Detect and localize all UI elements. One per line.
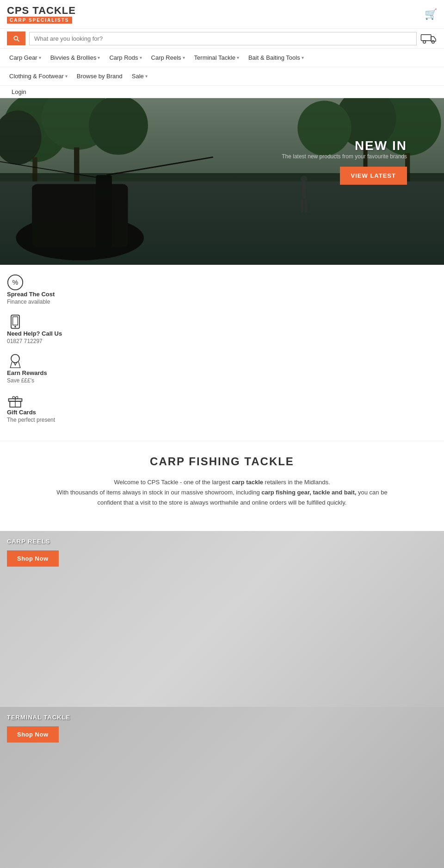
login-bar: Login <box>0 86 444 98</box>
nav-carp-gear[interactable]: Carp Gear ▾ <box>5 49 46 67</box>
chevron-down-icon: ▾ <box>140 55 142 60</box>
svg-point-1 <box>423 41 426 44</box>
chevron-down-icon: ▾ <box>98 55 100 60</box>
chevron-down-icon: ▾ <box>39 55 41 60</box>
nav-carp-reels[interactable]: Carp Reels ▾ <box>147 49 190 67</box>
svg-rect-16 <box>96 175 112 247</box>
carp-reels-section: CARP REELS Shop Now <box>0 531 444 707</box>
svg-line-18 <box>0 162 96 177</box>
phone-icon <box>7 313 24 330</box>
svg-rect-21 <box>301 199 303 212</box>
logo[interactable]: CPS TACKLE CARP SPECIALISTS <box>7 5 76 24</box>
nav-row-2: Clothing & Footwear ▾ Browse by Brand Sa… <box>0 67 444 86</box>
header: CPS TACKLE CARP SPECIALISTS 🛒 <box>0 0 444 29</box>
terminal-tackle-section: TERMINAL TACKLE Shop Now <box>0 707 444 868</box>
svg-point-27 <box>14 326 16 328</box>
search-icon <box>12 35 20 42</box>
svg-rect-22 <box>305 199 308 212</box>
logo-top: CPS TACKLE <box>7 5 76 17</box>
hero-text-block: NEW IN The latest new products from your… <box>282 138 407 185</box>
hero-tag: NEW IN <box>282 138 407 153</box>
intro-text: Welcome to CPS Tackle - one of the large… <box>51 477 393 508</box>
search-bar <box>0 29 444 49</box>
svg-rect-0 <box>421 35 431 41</box>
chevron-down-icon: ▾ <box>65 74 68 79</box>
chevron-down-icon: ▾ <box>183 55 185 60</box>
carp-reels-shop-now-button[interactable]: Shop Now <box>7 550 59 567</box>
feature-phone-title: Need Help? Call Us <box>7 330 437 337</box>
header-right: 🛒 <box>425 8 437 20</box>
feature-finance-title: Spread The Cost <box>7 291 437 298</box>
terminal-tackle-shop-now-button[interactable]: Shop Now <box>7 726 59 743</box>
svg-rect-26 <box>13 317 18 325</box>
login-link[interactable]: Login <box>7 85 31 99</box>
feature-phone: Need Help? Call Us 01827 712297 <box>7 313 437 344</box>
svg-point-5 <box>89 98 148 155</box>
chevron-down-icon: ▾ <box>302 55 304 60</box>
terminal-tackle-label: TERMINAL TACKLE <box>7 714 70 721</box>
carp-reels-label: CARP REELS <box>7 538 59 545</box>
chevron-down-icon: ▾ <box>145 74 148 79</box>
nav-row-1: Carp Gear ▾ Bivvies & Brollies ▾ Carp Ro… <box>0 49 444 67</box>
hero-view-latest-button[interactable]: VIEW LATEST <box>340 167 407 185</box>
feature-giftcards-desc: The perfect present <box>7 417 437 423</box>
nav-sale[interactable]: Sale ▾ <box>127 67 152 85</box>
nav-clothing[interactable]: Clothing & Footwear ▾ <box>5 67 72 85</box>
feature-giftcards-title: Gift Cards <box>7 409 437 416</box>
svg-point-28 <box>11 355 19 363</box>
search-input[interactable] <box>29 32 417 45</box>
features-strip: % Spread The Cost Finance available Need… <box>0 265 444 441</box>
carp-reels-label-block: CARP REELS Shop Now <box>7 538 59 567</box>
carp-reels-image <box>0 531 444 707</box>
nav-browse-brand[interactable]: Browse by Brand <box>72 67 127 85</box>
svg-text:%: % <box>12 279 18 286</box>
page-title: CARP FISHING TACKLE <box>7 455 437 468</box>
hero-subtitle: The latest new products from your favour… <box>282 153 407 160</box>
hero-silhouette <box>0 148 266 265</box>
svg-rect-20 <box>302 182 306 199</box>
hero-banner: NEW IN The latest new products from your… <box>0 98 444 265</box>
delivery-info <box>420 32 437 45</box>
percent-icon: % <box>7 274 24 291</box>
chevron-down-icon: ▾ <box>237 55 239 60</box>
svg-line-17 <box>106 157 213 175</box>
intro-plain: Welcome to CPS Tackle - one of the large… <box>114 479 232 486</box>
feature-rewards-title: Earn Rewards <box>7 369 437 376</box>
logo-sub: CARP SPECIALISTS <box>7 17 72 24</box>
svg-rect-15 <box>32 184 128 247</box>
feature-phone-desc: 01827 712297 <box>7 338 437 344</box>
feature-finance-desc: Finance available <box>7 299 437 305</box>
nav-terminal-tackle[interactable]: Terminal Tackle ▾ <box>190 49 244 67</box>
terminal-tackle-label-block: TERMINAL TACKLE Shop Now <box>7 714 70 743</box>
nav-carp-rods[interactable]: Carp Rods ▾ <box>105 49 146 67</box>
feature-finance: % Spread The Cost Finance available <box>7 274 437 305</box>
rewards-icon <box>7 353 24 369</box>
feature-giftcards: Gift Cards The perfect present <box>7 392 437 423</box>
main-content: CARP FISHING TACKLE Welcome to CPS Tackl… <box>0 441 444 531</box>
intro-bold2: carp fishing gear, tackle and bait, <box>261 489 356 496</box>
truck-icon <box>420 32 437 45</box>
gift-icon <box>7 392 24 409</box>
search-button[interactable] <box>7 31 25 45</box>
nav-bait[interactable]: Bait & Baiting Tools ▾ <box>244 49 308 67</box>
nav-bivvies[interactable]: Bivvies & Brollies ▾ <box>46 49 105 67</box>
intro-bold1: carp tackle <box>232 479 263 486</box>
feature-rewards-desc: Save £££'s <box>7 377 437 384</box>
cart-icon[interactable]: 🛒 <box>425 8 437 20</box>
feature-rewards: Earn Rewards Save £££'s <box>7 353 437 384</box>
